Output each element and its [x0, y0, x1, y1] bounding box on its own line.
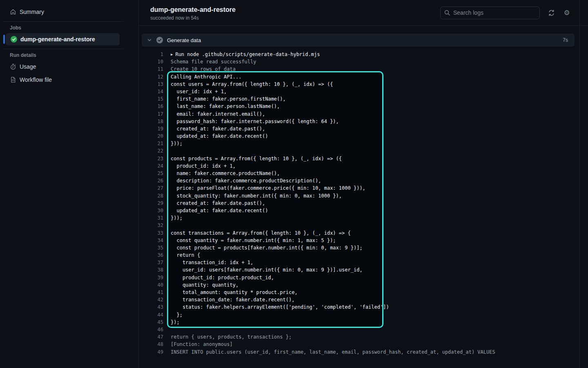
- line-number[interactable]: 48: [139, 341, 163, 348]
- line-number[interactable]: 40: [139, 281, 163, 289]
- job-name: dump-generate-and-restore: [20, 36, 95, 43]
- log-line: 18 password_hash: faker.internet.passwor…: [139, 118, 588, 125]
- line-number[interactable]: 34: [139, 237, 163, 244]
- line-number[interactable]: 11: [139, 65, 163, 73]
- line-number[interactable]: 21: [139, 140, 163, 147]
- log-text: user_id: users[faker.number.int({ min: 0…: [171, 266, 363, 274]
- log-line: 11Create 10 rows of data: [139, 65, 588, 73]
- log-text: user_id: idx + 1,: [171, 88, 227, 95]
- line-number[interactable]: 19: [139, 125, 163, 132]
- line-number[interactable]: 38: [139, 266, 163, 274]
- log-text: Schema file read successfully: [171, 58, 256, 65]
- refresh-button[interactable]: [547, 9, 555, 17]
- line-number[interactable]: 10: [139, 58, 163, 65]
- line-number[interactable]: 28: [139, 192, 163, 200]
- search-icon: [444, 9, 450, 16]
- search-logs-input[interactable]: [453, 9, 536, 16]
- line-number[interactable]: 24: [139, 162, 163, 170]
- log-text: INSERT INTO public.users (user_id, first…: [171, 348, 495, 356]
- line-number[interactable]: 23: [139, 155, 163, 162]
- log-text: return {: [171, 251, 200, 259]
- log-text: price: parseFloat(faker.commerce.price({…: [171, 184, 365, 192]
- line-number[interactable]: 45: [139, 319, 163, 326]
- file-code-icon: [10, 76, 16, 83]
- log-line: 49INSERT INTO public.users (user_id, fir…: [139, 348, 588, 356]
- log-line: 13const users = Array.from({ length: 10 …: [139, 81, 588, 88]
- success-check-icon: [11, 36, 17, 43]
- log-line: 41 total_amount: quantity * product.pric…: [139, 289, 588, 296]
- log-line: 39 product_id: product.product_id,: [139, 274, 588, 281]
- step-success-check-icon: [156, 37, 163, 43]
- line-number[interactable]: 15: [139, 95, 163, 103]
- log-text: created_at: faker.date.past(),: [171, 125, 265, 132]
- log-text: status: faker.helpers.arrayElement(['pen…: [171, 303, 389, 311]
- log-line: 48[Function: anonymous]: [139, 341, 588, 348]
- line-number[interactable]: 20: [139, 132, 163, 140]
- line-number[interactable]: 32: [139, 222, 163, 229]
- log-text: email: faker.internet.email(),: [171, 110, 265, 118]
- line-number[interactable]: 13: [139, 81, 163, 88]
- line-number[interactable]: 17: [139, 110, 163, 118]
- log-text: });: [171, 319, 180, 326]
- line-number[interactable]: 18: [139, 118, 163, 125]
- line-number[interactable]: 35: [139, 244, 163, 251]
- chevron-down-icon[interactable]: [147, 37, 152, 43]
- log-line: 10Schema file read successfully: [139, 58, 588, 65]
- log-line: 35 const product = products[faker.number…: [139, 244, 588, 251]
- line-number[interactable]: 36: [139, 251, 163, 259]
- sidebar-item-workflow-file[interactable]: Workflow file: [2, 74, 122, 86]
- home-icon: [10, 9, 16, 15]
- line-number[interactable]: 39: [139, 274, 163, 281]
- log-body: 1▶Run node .github/scripts/generate-data…: [139, 47, 588, 356]
- line-number[interactable]: 42: [139, 296, 163, 303]
- run-status-text: succeeded now in 54s: [150, 15, 440, 21]
- line-number[interactable]: 16: [139, 103, 163, 110]
- line-number[interactable]: 46: [139, 326, 163, 333]
- log-line: 38 user_id: users[faker.number.int({ min…: [139, 266, 588, 274]
- log-line: 44 };: [139, 311, 588, 319]
- line-number[interactable]: 49: [139, 348, 163, 356]
- sidebar-item-summary[interactable]: Summary: [2, 6, 122, 18]
- line-number[interactable]: 33: [139, 229, 163, 237]
- log-text: Calling Anthropic API...: [171, 73, 241, 81]
- log-text: last_name: faker.person.lastName(),: [171, 103, 280, 110]
- line-number[interactable]: 27: [139, 184, 163, 192]
- log-line: 16 last_name: faker.person.lastName(),: [139, 103, 588, 110]
- log-line: 32: [139, 222, 588, 229]
- log-text: Create 10 rows of data: [171, 65, 236, 73]
- line-number[interactable]: 37: [139, 259, 163, 266]
- sidebar-item-job[interactable]: dump-generate-and-restore: [6, 33, 120, 45]
- log-line: 20 updated_at: faker.date.recent(): [139, 132, 588, 140]
- log-line: 30 updated_at: faker.date.recent(): [139, 207, 588, 214]
- log-line: 37 transaction_id: idx + 1,: [139, 259, 588, 266]
- line-number[interactable]: 30: [139, 207, 163, 214]
- line-number[interactable]: 26: [139, 177, 163, 184]
- log-line: 45});: [139, 319, 588, 326]
- step-header-generate-data[interactable]: Generate data 7s: [142, 34, 575, 47]
- search-logs-box[interactable]: [440, 7, 540, 19]
- log-text: created_at: faker.date.past(),: [171, 200, 265, 207]
- line-number[interactable]: 29: [139, 200, 163, 207]
- log-line: 34 const quantity = faker.number.int({ m…: [139, 237, 588, 244]
- log-line: 17 email: faker.internet.email(),: [139, 110, 588, 118]
- line-number[interactable]: 25: [139, 170, 163, 177]
- log-line: 28 stock_quantity: faker.number.int({ mi…: [139, 192, 588, 200]
- line-number[interactable]: 14: [139, 88, 163, 95]
- jobs-section-label: Jobs: [10, 25, 138, 31]
- line-number[interactable]: 12: [139, 73, 163, 81]
- sidebar-item-label: Usage: [20, 63, 36, 70]
- line-number[interactable]: 22: [139, 147, 163, 155]
- gear-icon: ⚙: [564, 9, 570, 16]
- sidebar-item-usage[interactable]: Usage: [2, 61, 122, 73]
- line-number[interactable]: 1: [139, 51, 163, 58]
- line-number[interactable]: 31: [139, 214, 163, 222]
- line-number[interactable]: 41: [139, 289, 163, 296]
- settings-gear-button[interactable]: ⚙: [563, 9, 571, 17]
- line-number[interactable]: 47: [139, 333, 163, 341]
- sidebar-item-label: Summary: [20, 9, 44, 15]
- line-number[interactable]: 43: [139, 303, 163, 311]
- log-text: product_id: product.product_id,: [171, 274, 274, 281]
- line-number[interactable]: 44: [139, 311, 163, 319]
- log-text: ▶Run node .github/scripts/generate-data-…: [171, 51, 320, 58]
- expand-group-icon[interactable]: ▶: [171, 51, 173, 58]
